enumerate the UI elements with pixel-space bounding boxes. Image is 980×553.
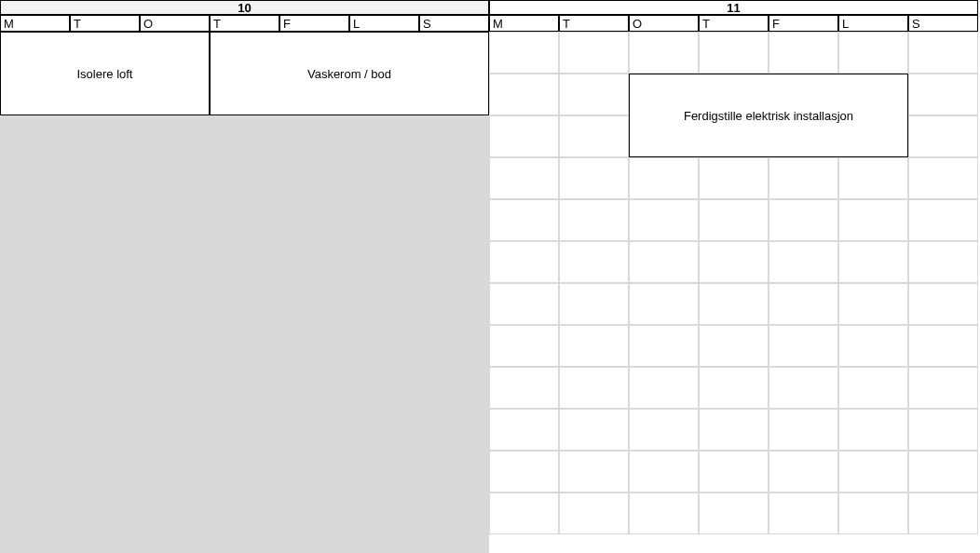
weekday-header: L	[349, 15, 419, 32]
body-cell[interactable]	[629, 451, 699, 492]
body-cell[interactable]	[629, 32, 699, 74]
body-cell[interactable]	[559, 241, 629, 283]
body-cell[interactable]	[629, 157, 699, 199]
body-cell[interactable]	[699, 451, 769, 492]
body-cell[interactable]	[838, 451, 908, 492]
body-cell[interactable]	[838, 283, 908, 325]
weekday-header: F	[769, 15, 838, 32]
body-cell[interactable]	[699, 325, 769, 367]
body-cell[interactable]	[489, 325, 559, 367]
body-cell[interactable]	[769, 492, 838, 534]
body-cell[interactable]	[629, 241, 699, 283]
body-cell[interactable]	[769, 325, 838, 367]
body-cell[interactable]	[838, 367, 908, 409]
body-cell[interactable]	[699, 409, 769, 451]
body-cell[interactable]	[769, 367, 838, 409]
body-cell[interactable]	[838, 32, 908, 74]
body-cell[interactable]	[769, 241, 838, 283]
body-cell[interactable]	[559, 367, 629, 409]
weekday-header: O	[629, 15, 699, 32]
body-cell[interactable]	[489, 32, 559, 74]
body-cell[interactable]	[699, 199, 769, 241]
week-header-11: 11	[489, 0, 978, 15]
body-cell[interactable]	[699, 492, 769, 534]
body-cell[interactable]	[699, 283, 769, 325]
body-cell[interactable]	[838, 492, 908, 534]
weekday-header: M	[0, 15, 70, 32]
body-cell[interactable]	[489, 241, 559, 283]
body-cell[interactable]	[629, 325, 699, 367]
body-cell[interactable]	[699, 241, 769, 283]
spreadsheet-schedule: 1011MTOTFLSMTOTFLSIsolere loftVaskerom /…	[0, 0, 980, 553]
body-cell[interactable]	[699, 157, 769, 199]
body-cell[interactable]	[908, 199, 978, 241]
body-cell[interactable]	[559, 283, 629, 325]
body-cell[interactable]	[838, 157, 908, 199]
body-cell[interactable]	[489, 451, 559, 492]
body-cell[interactable]	[489, 74, 559, 115]
body-cell[interactable]	[769, 157, 838, 199]
body-cell[interactable]	[629, 409, 699, 451]
body-cell[interactable]	[838, 199, 908, 241]
body-cell[interactable]	[908, 32, 978, 74]
inactive-region-week10	[0, 115, 489, 553]
body-cell[interactable]	[699, 32, 769, 74]
weekday-header: S	[908, 15, 978, 32]
weekday-header: O	[140, 15, 210, 32]
weekday-header: M	[489, 15, 559, 32]
body-cell[interactable]	[908, 325, 978, 367]
body-cell[interactable]	[489, 409, 559, 451]
body-cell[interactable]	[908, 74, 978, 115]
body-cell[interactable]	[908, 492, 978, 534]
task-isolere-loft[interactable]: Isolere loft	[0, 32, 210, 115]
week-header-10: 10	[0, 0, 489, 15]
weekday-header: S	[419, 15, 489, 32]
body-cell[interactable]	[769, 451, 838, 492]
body-cell[interactable]	[629, 199, 699, 241]
body-cell[interactable]	[559, 199, 629, 241]
task-ferdigstille-elektrisk[interactable]: Ferdigstille elektrisk installasjon	[629, 74, 908, 157]
weekday-header: T	[559, 15, 629, 32]
body-cell[interactable]	[629, 283, 699, 325]
body-cell[interactable]	[489, 283, 559, 325]
body-cell[interactable]	[769, 283, 838, 325]
body-cell[interactable]	[559, 451, 629, 492]
body-cell[interactable]	[769, 32, 838, 74]
body-cell[interactable]	[629, 492, 699, 534]
body-cell[interactable]	[559, 492, 629, 534]
body-cell[interactable]	[629, 367, 699, 409]
body-cell[interactable]	[908, 115, 978, 157]
body-cell[interactable]	[559, 74, 629, 115]
body-cell[interactable]	[908, 241, 978, 283]
body-cell[interactable]	[559, 325, 629, 367]
weekday-header: F	[279, 15, 349, 32]
body-cell[interactable]	[908, 283, 978, 325]
body-cell[interactable]	[769, 199, 838, 241]
body-cell[interactable]	[489, 367, 559, 409]
body-cell[interactable]	[559, 32, 629, 74]
body-cell[interactable]	[769, 409, 838, 451]
body-cell[interactable]	[559, 115, 629, 157]
weekday-header: T	[70, 15, 140, 32]
body-cell[interactable]	[699, 367, 769, 409]
body-cell[interactable]	[489, 115, 559, 157]
body-cell[interactable]	[559, 409, 629, 451]
body-cell[interactable]	[489, 199, 559, 241]
body-cell[interactable]	[908, 451, 978, 492]
body-cell[interactable]	[559, 157, 629, 199]
weekday-header: L	[838, 15, 908, 32]
weekday-header: T	[699, 15, 769, 32]
body-cell[interactable]	[908, 409, 978, 451]
body-cell[interactable]	[838, 241, 908, 283]
body-cell[interactable]	[908, 367, 978, 409]
body-cell[interactable]	[489, 492, 559, 534]
weekday-header: T	[210, 15, 279, 32]
body-cell[interactable]	[489, 157, 559, 199]
body-cell[interactable]	[838, 409, 908, 451]
body-cell[interactable]	[838, 325, 908, 367]
body-cell[interactable]	[908, 157, 978, 199]
task-vaskerom-bod[interactable]: Vaskerom / bod	[210, 32, 489, 115]
